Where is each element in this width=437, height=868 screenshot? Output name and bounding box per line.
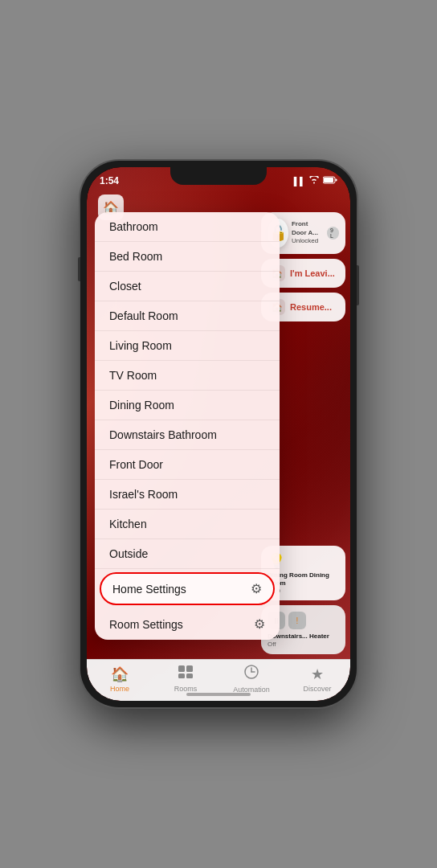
scene-label: I'm Leavi...: [290, 268, 335, 278]
lock-badge: 9 L: [327, 227, 339, 240]
menu-item-bathroom-partial[interactable]: Bathroom: [95, 212, 280, 242]
tab-rooms[interactable]: Rooms: [153, 665, 218, 696]
tab-rooms-label: Rooms: [174, 685, 198, 693]
menu-item-kitchen[interactable]: Kitchen: [95, 510, 280, 539]
svg-rect-2: [336, 179, 337, 182]
wifi-icon: [308, 176, 320, 186]
heater-warn-button[interactable]: !: [288, 612, 306, 629]
tab-home-icon: 🏠: [111, 665, 129, 683]
room-settings-gear-icon: ⚙: [254, 616, 265, 632]
home-settings-label: Home Settings: [112, 583, 186, 596]
status-icons: ▌▌: [294, 176, 337, 186]
status-time: 1:54: [100, 175, 119, 186]
menu-item-room-settings[interactable]: Room Settings ⚙: [95, 608, 280, 640]
menu-item-israels-room[interactable]: Israel's Room: [95, 480, 280, 510]
menu-item-closet[interactable]: Closet: [95, 272, 280, 301]
menu-item-bedroom[interactable]: Bed Room: [95, 242, 280, 272]
menu-item-downstairs-bathroom[interactable]: Downstairs Bathroom: [95, 420, 280, 450]
battery-icon: [323, 176, 337, 186]
tab-automation-icon: [243, 664, 259, 684]
tab-rooms-icon: [178, 665, 194, 683]
svg-rect-4: [186, 665, 193, 672]
svg-rect-3: [178, 665, 185, 672]
tab-discover[interactable]: ★ Discover: [284, 665, 350, 696]
lock-status: Unlocked: [292, 237, 324, 245]
heater-status: Off: [268, 641, 339, 648]
tab-home[interactable]: 🏠 Home: [87, 665, 153, 696]
tab-home-label: Home: [110, 685, 129, 693]
home-settings-highlight: Home Settings ⚙: [100, 572, 275, 605]
home-settings-gear-icon: ⚙: [251, 581, 262, 596]
svg-rect-5: [178, 674, 185, 678]
tab-automation[interactable]: Automation: [218, 664, 284, 697]
menu-item-front-door[interactable]: Front Door: [95, 450, 280, 480]
menu-item-dining-room[interactable]: Dining Room: [95, 391, 280, 420]
signal-icon: ▌▌: [294, 177, 305, 186]
tab-discover-icon: ★: [311, 665, 324, 683]
resume-label: Resume...: [290, 302, 332, 312]
menu-item-outside[interactable]: Outside: [95, 539, 280, 569]
svg-rect-6: [186, 674, 193, 678]
tab-discover-label: Discover: [303, 685, 331, 693]
home-settings-item[interactable]: Home Settings ⚙: [101, 574, 273, 604]
room-dropdown-menu: Bathroom Bed Room Closet Default Room Li…: [95, 212, 280, 640]
menu-item-living-room[interactable]: Living Room: [95, 331, 280, 361]
menu-item-default-room[interactable]: Default Room: [95, 301, 280, 331]
home-bar: [186, 693, 251, 696]
menu-item-tv-room[interactable]: TV Room: [95, 361, 280, 391]
svg-rect-1: [324, 178, 333, 182]
